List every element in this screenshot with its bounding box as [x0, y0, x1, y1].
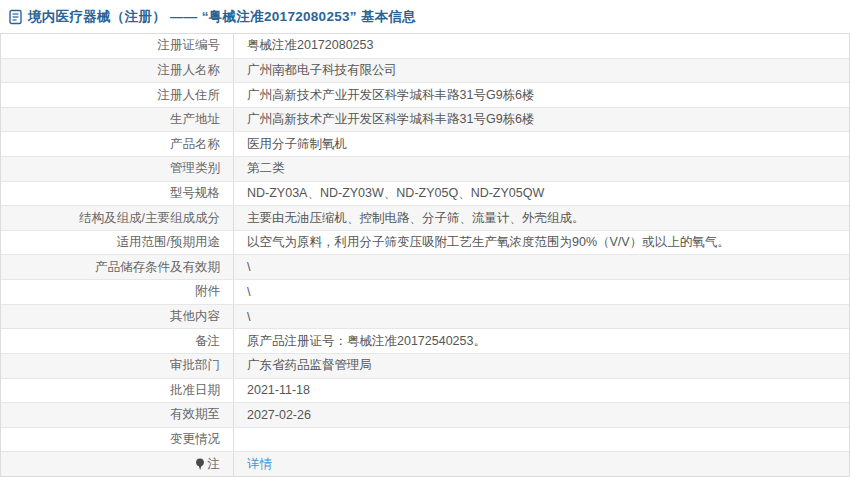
row-label: 附件 — [1, 280, 234, 304]
row-label: 其他内容 — [1, 305, 234, 329]
table-row: 产品名称 医用分子筛制氧机 — [1, 132, 849, 157]
row-value: 主要由无油压缩机、控制电路、分子筛、流量计、外壳组成。 — [234, 210, 849, 227]
document-icon — [9, 9, 22, 25]
row-label-text: 注册人名称 — [158, 62, 221, 79]
row-value: 2021-11-18 — [234, 383, 849, 397]
row-label-text: 产品储存条件及有效期 — [95, 259, 220, 276]
row-label-text: 产品名称 — [170, 136, 220, 153]
table-row: 型号规格 ND-ZY03A、ND-ZY03W、ND-ZY05Q、ND-ZY05Q… — [1, 182, 849, 207]
note-pin-icon — [195, 458, 205, 471]
table-row: 批准日期 2021-11-18 — [1, 379, 849, 404]
row-value: 粤械注准20172080253 — [234, 37, 849, 54]
table-row: 生产地址 广州高新技术产业开发区科学城科丰路31号G9栋6楼 — [1, 108, 849, 133]
row-label-text: 注册证编号 — [158, 37, 221, 54]
row-value: ND-ZY03A、ND-ZY03W、ND-ZY05Q、ND-ZY05QW — [234, 185, 849, 202]
table-row: 备注 原产品注册证号：粤械注准20172540253。 — [1, 329, 849, 354]
row-label: 注册人住所 — [1, 83, 234, 107]
table-row: 管理类别 第二类 — [1, 157, 849, 182]
row-value: 详情 — [234, 456, 849, 473]
row-value: 第二类 — [234, 160, 849, 177]
row-value: \ — [234, 260, 849, 274]
row-value: 广东省药品监督管理局 — [234, 357, 849, 374]
row-value: 广州南都电子科技有限公司 — [234, 62, 849, 79]
table-row: 变更情况 — [1, 428, 849, 453]
row-label-text: 批准日期 — [170, 382, 220, 399]
row-label: 结构及组成/主要组成成分 — [1, 206, 234, 230]
row-label-text: 结构及组成/主要组成成分 — [79, 210, 220, 227]
row-label-text: 注 — [208, 456, 221, 473]
row-label: 审批部门 — [1, 354, 234, 378]
row-value: 2027-02-26 — [234, 408, 849, 422]
row-label: 注册人名称 — [1, 59, 234, 83]
table-row: 适用范围/预期用途 以空气为原料，利用分子筛变压吸附工艺生产氧浓度范围为90%（… — [1, 231, 849, 256]
row-label-text: 审批部门 — [170, 357, 220, 374]
table-row: 注 详情 — [1, 452, 849, 476]
row-label-text: 附件 — [195, 283, 220, 300]
row-label-text: 备注 — [195, 333, 220, 350]
table-row: 注册证编号 粤械注准20172080253 — [1, 34, 849, 59]
page-header: 境内医疗器械（注册） —— “粤械注准20172080253” 基本信息 — [0, 0, 850, 33]
table-row: 审批部门 广东省药品监督管理局 — [1, 354, 849, 379]
table-row: 有效期至 2027-02-26 — [1, 403, 849, 428]
table-row: 注册人名称 广州南都电子科技有限公司 — [1, 59, 849, 84]
row-value: 以空气为原料，利用分子筛变压吸附工艺生产氧浓度范围为90%（V/V）或以上的氧气… — [234, 234, 849, 251]
details-link[interactable]: 详情 — [247, 457, 272, 471]
row-label-text: 变更情况 — [170, 431, 220, 448]
row-value: 原产品注册证号：粤械注准20172540253。 — [234, 333, 849, 350]
row-label-text: 注册人住所 — [158, 87, 221, 104]
row-label: 注 — [1, 452, 234, 476]
row-label: 适用范围/预期用途 — [1, 231, 234, 255]
row-label: 管理类别 — [1, 157, 234, 181]
row-label: 备注 — [1, 329, 234, 353]
row-label-text: 管理类别 — [170, 160, 220, 177]
row-label-text: 适用范围/预期用途 — [117, 234, 220, 251]
info-table: 注册证编号 粤械注准20172080253 注册人名称 广州南都电子科技有限公司… — [0, 33, 850, 477]
row-value: \ — [234, 285, 849, 299]
row-label: 有效期至 — [1, 403, 234, 427]
row-label: 生产地址 — [1, 108, 234, 132]
table-row: 附件 \ — [1, 280, 849, 305]
table-row: 其他内容 \ — [1, 305, 849, 330]
row-label-text: 有效期至 — [170, 406, 220, 423]
row-label-text: 其他内容 — [170, 308, 220, 325]
row-label: 产品储存条件及有效期 — [1, 255, 234, 279]
table-row: 结构及组成/主要组成成分 主要由无油压缩机、控制电路、分子筛、流量计、外壳组成。 — [1, 206, 849, 231]
row-label-text: 生产地址 — [170, 111, 220, 128]
row-value: \ — [234, 310, 849, 324]
table-row: 注册人住所 广州高新技术产业开发区科学城科丰路31号G9栋6楼 — [1, 83, 849, 108]
row-label: 型号规格 — [1, 182, 234, 206]
row-label: 注册证编号 — [1, 34, 234, 58]
row-label: 产品名称 — [1, 132, 234, 156]
row-label: 批准日期 — [1, 379, 234, 403]
row-label: 变更情况 — [1, 428, 234, 452]
row-value: 医用分子筛制氧机 — [234, 136, 849, 153]
row-value: 广州高新技术产业开发区科学城科丰路31号G9栋6楼 — [234, 111, 849, 128]
row-label-text: 型号规格 — [170, 185, 220, 202]
table-row: 产品储存条件及有效期 \ — [1, 255, 849, 280]
page-title: 境内医疗器械（注册） —— “粤械注准20172080253” 基本信息 — [28, 8, 416, 26]
row-value: 广州高新技术产业开发区科学城科丰路31号G9栋6楼 — [234, 87, 849, 104]
